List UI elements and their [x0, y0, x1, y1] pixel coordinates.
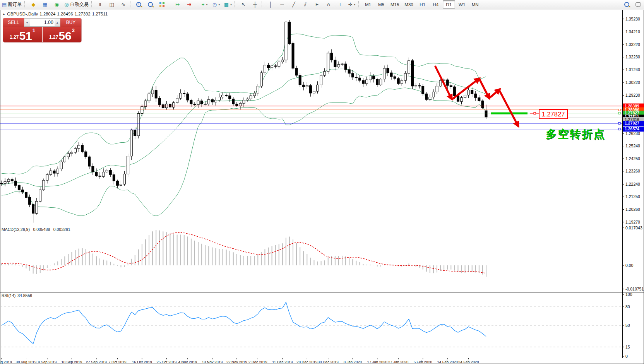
- buy-button[interactable]: BUY: [60, 18, 81, 27]
- tf-mn-button[interactable]: MN: [469, 0, 481, 9]
- candle: [380, 79, 382, 85]
- toolbar-separator: [169, 1, 171, 8]
- chart-shift-button[interactable]: ⇥: [184, 0, 195, 9]
- line-handle[interactable]: [618, 112, 620, 114]
- candle: [460, 97, 462, 101]
- line-chart-button[interactable]: ∿: [118, 0, 129, 9]
- tf-m15-button[interactable]: M15: [388, 0, 401, 9]
- candle: [295, 68, 298, 75]
- templates-button[interactable]: ▩▾: [223, 0, 233, 9]
- price-tags: 1.283891.280861.278271.275111.273161.270…: [623, 104, 644, 132]
- zoomout-icon: −: [148, 2, 153, 7]
- candle: [257, 86, 259, 93]
- candle: [415, 85, 417, 86]
- hline-icon: ─: [280, 2, 284, 7]
- indplus-icon: +: [202, 2, 205, 7]
- candle: [309, 85, 312, 93]
- tf-m5-button[interactable]: M5: [375, 0, 387, 9]
- fibonacci-button[interactable]: F: [312, 0, 322, 9]
- trendline-button[interactable]: ╱: [288, 0, 299, 9]
- svg-text:1.26230: 1.26230: [625, 131, 640, 136]
- candle: [7, 179, 10, 182]
- periods-button[interactable]: ◷▾: [211, 0, 222, 9]
- candle: [200, 101, 203, 104]
- candle: [134, 130, 136, 136]
- tf-h4-button[interactable]: H4: [430, 0, 442, 9]
- favorites-button[interactable]: ◆: [28, 0, 39, 9]
- tile-windows-button[interactable]: [157, 0, 168, 9]
- candle: [88, 157, 91, 166]
- volume-input[interactable]: 1.00: [30, 20, 55, 25]
- zoom-in-button[interactable]: +: [134, 0, 144, 9]
- candle-chart-button[interactable]: ◫: [106, 0, 117, 9]
- candle: [446, 80, 449, 85]
- candle: [239, 103, 242, 106]
- candle: [78, 145, 80, 149]
- signals-button[interactable]: ◉: [51, 0, 62, 9]
- candle: [92, 166, 94, 172]
- tf-m30-button[interactable]: M30: [402, 0, 415, 9]
- bar-chart-button[interactable]: ‖: [95, 0, 106, 9]
- candle: [106, 170, 108, 172]
- indicators-button[interactable]: +▾: [199, 0, 210, 9]
- tf-m1-button[interactable]: M1: [362, 0, 374, 9]
- tf-d1-button[interactable]: D1: [443, 0, 455, 9]
- svg-text:1.19270: 1.19270: [625, 220, 640, 224]
- crosshair-button[interactable]: ┼: [250, 0, 260, 9]
- candle: [288, 22, 291, 44]
- candle: [222, 95, 224, 97]
- candle: [99, 176, 101, 177]
- svg-text:1.26574: 1.26574: [625, 126, 639, 131]
- macd-main-value: -0.005488: [32, 227, 50, 232]
- toolbar-separator: [262, 1, 264, 8]
- svg-text:25 Oct 2019: 25 Oct 2019: [157, 360, 177, 364]
- line-handle[interactable]: [618, 122, 620, 124]
- search-button[interactable]: [621, 0, 632, 9]
- candle: [404, 73, 406, 80]
- volume-increase-button[interactable]: ▲: [55, 19, 60, 26]
- trendline-icon: ╱: [292, 2, 295, 7]
- svg-text:7 Oct 2019: 7 Oct 2019: [108, 360, 126, 364]
- chart-canvas[interactable]: 1.352301.342101.332201.322301.312401.302…: [0, 0, 644, 364]
- auto-scroll-button[interactable]: ↦: [172, 0, 183, 9]
- candle: [155, 90, 157, 98]
- volume-decrease-button[interactable]: ▼: [24, 19, 30, 26]
- callout-anchor-handle[interactable]: [534, 113, 536, 114]
- collapse-triangle-icon[interactable]: ▲: [2, 12, 5, 16]
- auto-trading-button[interactable]: ◎自动交易: [63, 0, 90, 9]
- tiles-icon: [159, 2, 164, 7]
- line-handle[interactable]: [618, 109, 620, 111]
- profiles-button[interactable]: ▦: [39, 0, 50, 9]
- candle: [11, 179, 13, 181]
- candle: [264, 65, 266, 73]
- candle: [348, 70, 350, 73]
- new-order-button[interactable]: ▤新订单: [0, 0, 23, 9]
- chat-button[interactable]: [633, 0, 644, 9]
- svg-text:1.20260: 1.20260: [625, 207, 640, 212]
- cursor-button[interactable]: ↖: [238, 0, 249, 9]
- label-button[interactable]: ⊤: [335, 0, 346, 9]
- chevron-down-icon: ▾: [206, 3, 207, 6]
- sell-price-button[interactable]: 1.27511: [3, 27, 42, 42]
- tf-h1-button[interactable]: H1: [416, 0, 429, 9]
- hline-button[interactable]: ─: [277, 0, 288, 9]
- line-handle[interactable]: [618, 128, 620, 130]
- price-callout-label[interactable]: 1.27827: [539, 109, 568, 119]
- zoom-out-button[interactable]: −: [145, 0, 156, 9]
- candle: [14, 181, 17, 186]
- channel-button[interactable]: ⫽: [300, 0, 311, 9]
- crosshair-icon: ┼: [253, 2, 257, 7]
- text-button[interactable]: A: [323, 0, 334, 9]
- candle: [123, 174, 126, 184]
- buy-price-button[interactable]: 1.27563: [43, 27, 81, 42]
- support-segment[interactable]: [491, 113, 528, 114]
- arrows-button[interactable]: ✛▾: [346, 0, 357, 9]
- candle: [130, 130, 133, 156]
- svg-text:16 Oct 2019: 16 Oct 2019: [132, 360, 152, 364]
- buy-price-prefix: 1.27: [49, 34, 58, 40]
- candle: [137, 113, 140, 136]
- tf-w1-button[interactable]: W1: [456, 0, 468, 9]
- vline-button[interactable]: │: [265, 0, 276, 9]
- sell-button[interactable]: SELL: [3, 18, 24, 27]
- toolbar-separator: [235, 1, 237, 8]
